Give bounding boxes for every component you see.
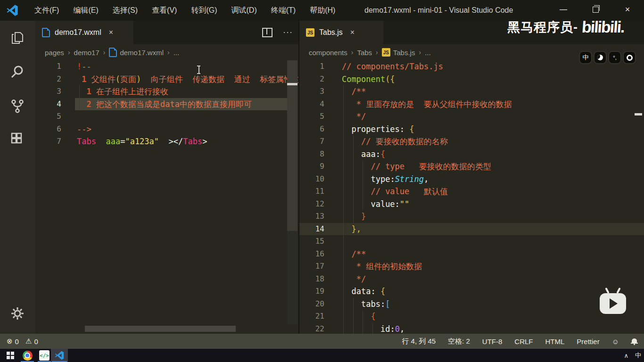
extensions-icon[interactable] bbox=[8, 131, 26, 149]
code-line-6[interactable]: 6--> bbox=[35, 123, 298, 136]
taskbar-vscode-active[interactable] bbox=[51, 349, 68, 362]
tab-close-icon[interactable]: × bbox=[109, 28, 113, 37]
tab-close-icon[interactable]: × bbox=[350, 28, 355, 37]
code-line-7[interactable]: 7 // 要接收的数据的名称 bbox=[299, 135, 644, 148]
ring-button[interactable] bbox=[623, 51, 636, 64]
breadcrumb-more[interactable]: ... bbox=[425, 49, 431, 57]
restore-button[interactable] bbox=[585, 0, 606, 19]
breadcrumb-demo17[interactable]: demo17 bbox=[74, 49, 99, 57]
code-line-12[interactable]: 12 value:"" bbox=[299, 198, 644, 211]
code-line-15[interactable]: 15 bbox=[299, 235, 644, 248]
breadcrumb-file[interactable]: JSTabs.js bbox=[382, 48, 415, 57]
menu-terminal[interactable]: 终端(T) bbox=[264, 0, 303, 21]
code-line-4[interactable]: 4 2 把这个数据当成是data中的数据直接用即可 bbox=[35, 98, 298, 111]
search-icon[interactable] bbox=[8, 63, 26, 81]
code-line-7[interactable]: 7Tabs aaa="a123a" ></Tabs> bbox=[35, 135, 298, 148]
breadcrumb-tabs[interactable]: Tabs bbox=[357, 49, 372, 57]
problems-errors[interactable]: ⊗ 0 bbox=[7, 337, 19, 346]
bilibili-logo-text: bilibili. bbox=[581, 18, 625, 36]
code-line-17[interactable]: 17 * 组件的初始数据 bbox=[299, 260, 644, 273]
chevron-right-icon: › bbox=[68, 49, 70, 56]
tab-demo17-wxml[interactable]: demo17.wxml × bbox=[35, 21, 133, 44]
code-text: properties: { bbox=[342, 123, 414, 136]
chevron-right-icon: › bbox=[376, 49, 378, 56]
code-text: 1 在子组件上进行接收 bbox=[77, 85, 168, 98]
cursor-position[interactable]: 行 4, 列 45 bbox=[402, 337, 436, 346]
code-line-10[interactable]: 10 type:String, bbox=[299, 173, 644, 186]
minimize-button[interactable]: — bbox=[553, 0, 574, 19]
settings-gear-icon[interactable] bbox=[8, 304, 26, 322]
code-line-16[interactable]: 16 /** bbox=[299, 248, 644, 261]
code-line-14[interactable]: 14 }, bbox=[299, 223, 644, 236]
overview-ruler-decoration bbox=[635, 113, 642, 115]
window-title: demo17.wxml - mini-01 - Visual Studio Co… bbox=[364, 0, 513, 21]
more-actions-icon[interactable]: ··· bbox=[283, 27, 293, 37]
menu-debug[interactable]: 调试(D) bbox=[224, 0, 264, 21]
code-line-21[interactable]: 21 { bbox=[299, 310, 644, 323]
taskbar-devtools[interactable]: </> bbox=[36, 349, 53, 362]
line-number: 13 bbox=[299, 210, 324, 223]
code-line-8[interactable]: 8 aaa:{ bbox=[299, 148, 644, 161]
right-code-area[interactable]: 1// components/Tabs.js2Component({3 /**4… bbox=[299, 60, 644, 334]
code-line-18[interactable]: 18 */ bbox=[299, 273, 644, 286]
tray-ime-indicator[interactable]: 中 bbox=[635, 351, 641, 360]
menu-goto[interactable]: 转到(G) bbox=[184, 0, 224, 21]
code-line-5[interactable]: 5 */ bbox=[299, 110, 644, 123]
code-line-6[interactable]: 6 properties: { bbox=[299, 123, 644, 136]
split-editor-icon[interactable] bbox=[262, 28, 272, 37]
breadcrumb-components[interactable]: components bbox=[309, 49, 347, 57]
menu-edit[interactable]: 编辑(E) bbox=[66, 0, 105, 21]
menu-help[interactable]: 帮助(H) bbox=[303, 0, 342, 21]
encoding[interactable]: UTF-8 bbox=[482, 337, 503, 346]
code-line-11[interactable]: 11 // value 默认值 bbox=[299, 185, 644, 198]
language-mode[interactable]: HTML bbox=[545, 337, 564, 346]
scrollbar-thumb[interactable] bbox=[85, 326, 236, 332]
code-line-20[interactable]: 20 tabs:[ bbox=[299, 298, 644, 311]
code-line-19[interactable]: 19 data: { bbox=[299, 285, 644, 298]
taskbar-chrome[interactable] bbox=[19, 349, 36, 362]
menu-view[interactable]: 查看(V) bbox=[145, 0, 184, 21]
start-button[interactable] bbox=[2, 349, 19, 362]
code-text: }, bbox=[342, 223, 361, 236]
problems-warnings[interactable]: ⚠ 0 bbox=[25, 337, 38, 346]
code-line-9[interactable]: 9 // type 要接收的数据的类型 bbox=[299, 160, 644, 173]
dots-button[interactable]: °, bbox=[608, 51, 621, 64]
code-text: } bbox=[342, 210, 366, 223]
tab-tabs-js[interactable]: JS Tabs.js × bbox=[299, 21, 383, 44]
feedback-smiley-icon[interactable]: ☺ bbox=[612, 337, 619, 346]
watermark: 黑马程序员- bilibili. bbox=[507, 18, 624, 36]
tray-expand-icon[interactable]: ∧ bbox=[624, 352, 628, 359]
code-line-3[interactable]: 3 /** bbox=[299, 85, 644, 98]
code-line-22[interactable]: 22 id:0, bbox=[299, 323, 644, 334]
ime-chinese-button[interactable]: 中 bbox=[579, 51, 592, 64]
line-number: 7 bbox=[299, 135, 324, 148]
notifications-bell-icon[interactable] bbox=[631, 338, 637, 344]
formatter[interactable]: Prettier bbox=[577, 337, 599, 346]
menu-file[interactable]: 文件(F) bbox=[27, 0, 66, 21]
breadcrumb-more[interactable]: ... bbox=[173, 49, 180, 57]
code-line-2[interactable]: 2 1 父组件(页面) 向子组件 传递数据 通过 标签属性的 bbox=[35, 73, 298, 86]
code-line-4[interactable]: 4 * 里面存放的是 要从父组件中接收的数据 bbox=[299, 98, 644, 111]
explorer-icon[interactable] bbox=[8, 29, 26, 47]
close-window-button[interactable]: × bbox=[617, 0, 638, 19]
breadcrumb-pages[interactable]: pages bbox=[45, 49, 64, 57]
moon-mode-button[interactable] bbox=[594, 51, 607, 64]
code-line-2[interactable]: 2Component({ bbox=[299, 73, 644, 86]
eol-sequence[interactable]: CRLF bbox=[514, 337, 533, 346]
code-line-13[interactable]: 13 } bbox=[299, 210, 644, 223]
wxml-file-icon bbox=[42, 28, 50, 37]
code-line-5[interactable]: 5 bbox=[35, 110, 298, 123]
overlay-toolbar: 中 °, bbox=[579, 51, 636, 64]
code-line-1[interactable]: 1!-- bbox=[35, 60, 298, 73]
left-horizontal-scrollbar[interactable] bbox=[35, 326, 286, 332]
scrollbar-thumb[interactable] bbox=[287, 60, 297, 231]
left-breadcrumb: pages › demo17 › demo17.wxml › ... bbox=[35, 44, 298, 60]
menu-selection[interactable]: 选择(S) bbox=[106, 0, 145, 21]
left-code-area[interactable]: 1!--2 1 父组件(页面) 向子组件 传递数据 通过 标签属性的3 1 在子… bbox=[35, 60, 298, 334]
source-control-icon[interactable] bbox=[8, 97, 26, 115]
breadcrumb-file[interactable]: demo17.wxml bbox=[109, 48, 164, 57]
indentation[interactable]: 空格: 2 bbox=[448, 337, 470, 346]
code-line-3[interactable]: 3 1 在子组件上进行接收 bbox=[35, 85, 298, 98]
left-vertical-scrollbar[interactable] bbox=[287, 60, 297, 324]
line-number: 14 bbox=[299, 223, 324, 236]
